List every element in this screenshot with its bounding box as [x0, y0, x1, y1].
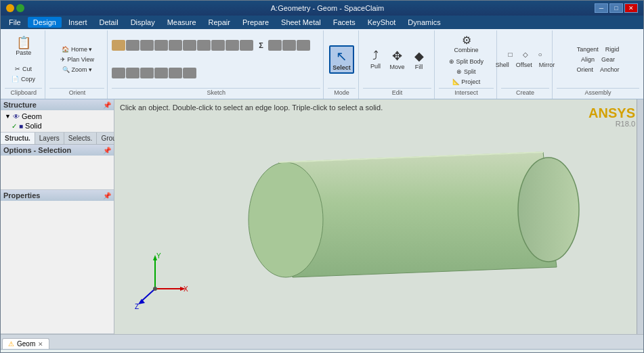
- structure-pin-icon[interactable]: 📌: [103, 101, 111, 109]
- create-btn-1[interactable]: □: [504, 49, 517, 60]
- ribbon: 📋 Paste ✂ Cut 📄 Copy Clipboard 🏠 Home ▾ …: [1, 29, 643, 99]
- sketch-btn-2[interactable]: [126, 40, 139, 51]
- sketch-btn-4[interactable]: [154, 40, 168, 51]
- sketch-btn-12[interactable]: [282, 40, 296, 51]
- svg-text:Y: Y: [156, 252, 161, 260]
- rigid-button[interactable]: Rigid: [603, 45, 622, 54]
- sketch-btn-10[interactable]: [240, 40, 253, 51]
- solid-color-icon: ■: [19, 122, 23, 130]
- close-button[interactable]: ✕: [624, 3, 638, 13]
- menu-insert[interactable]: Insert: [63, 17, 93, 28]
- ribbon-group-intersect: ⚙ Combine ⊕ Split Body ⊗ Split 📐 Project…: [436, 30, 497, 99]
- svg-text:X: X: [184, 285, 188, 293]
- menu-display[interactable]: Display: [125, 17, 160, 28]
- menu-measure[interactable]: Measure: [162, 17, 202, 28]
- sketch-btn-14[interactable]: [112, 68, 125, 78]
- options-pin-icon[interactable]: 📌: [103, 147, 111, 154]
- sketch-btn-13[interactable]: [297, 40, 310, 51]
- orient-button[interactable]: Orient: [574, 65, 596, 74]
- tab-close-icon[interactable]: ✕: [38, 341, 43, 348]
- sketch-btn-11[interactable]: [268, 40, 282, 51]
- viewport[interactable]: Click an object. Double-click to select …: [114, 99, 643, 334]
- ribbon-group-assembly: Tangent Rigid Align Gear Orient Anchor A…: [554, 30, 642, 99]
- zoom-button[interactable]: 🔍 Zoom ▾: [58, 65, 97, 74]
- bottom-tabs: ⚠ Geom ✕: [1, 334, 643, 349]
- select-button[interactable]: ↖ Select: [329, 45, 354, 74]
- menu-design[interactable]: Design: [28, 17, 62, 28]
- menu-keyshot[interactable]: KeyShot: [362, 17, 402, 28]
- vertical-scrollbar[interactable]: [637, 99, 643, 334]
- maximize-button[interactable]: □: [609, 3, 623, 13]
- minimize-button[interactable]: ─: [595, 3, 608, 13]
- paste-button[interactable]: 📋 Paste: [13, 34, 34, 58]
- geom-label: Geom: [22, 112, 42, 120]
- properties-title: Properties: [3, 191, 40, 199]
- offset-button[interactable]: Offset: [513, 60, 535, 70]
- panel-tabs: Structu. Layers Selects. Grou. Views: [1, 133, 114, 145]
- create-btn-2[interactable]: ◇: [519, 49, 532, 60]
- titlebar-controls[interactable]: ─ □ ✕: [595, 3, 638, 13]
- structure-title: Structure: [3, 101, 37, 109]
- solid-label: Solid: [25, 122, 41, 130]
- sketch-btn-16[interactable]: [140, 68, 154, 78]
- tab-structure[interactable]: Structu.: [1, 133, 35, 144]
- combine-button[interactable]: ⚙ Combine: [451, 32, 481, 55]
- options-section: Options - Selection 📌: [1, 145, 114, 190]
- sketch-btn-17[interactable]: [154, 68, 168, 78]
- menu-repair[interactable]: Repair: [203, 17, 236, 28]
- ribbon-group-create: □ ◇ ○ Shell Offset Mirror Create: [498, 30, 553, 99]
- axes-indicator: Y X Z: [135, 252, 189, 314]
- cut-button[interactable]: ✂ Cut: [9, 64, 38, 74]
- sketch-btn-9[interactable]: [226, 40, 239, 51]
- ribbon-group-sketch: Σ Sketch: [109, 30, 324, 99]
- home-button[interactable]: 🏠 Home ▾: [58, 45, 97, 54]
- project-button[interactable]: 📐 Project: [446, 77, 486, 87]
- align-button[interactable]: Align: [578, 55, 597, 64]
- menu-dynamics[interactable]: Dynamics: [402, 17, 446, 28]
- ribbon-group-edit: ⤴ Pull ✥ Move ◆ Fill Edit: [360, 30, 435, 99]
- split-button[interactable]: ⊗ Split: [446, 67, 486, 76]
- sketch-btn-1[interactable]: [112, 40, 125, 51]
- sketch-btn-15[interactable]: [126, 68, 139, 78]
- menu-file[interactable]: File: [3, 17, 26, 28]
- menu-facets[interactable]: Facets: [328, 17, 361, 28]
- planview-button[interactable]: ✈ Plan View: [58, 55, 97, 64]
- tab-geom[interactable]: ⚠ Geom ✕: [2, 338, 49, 349]
- sketch-label: Sketch: [112, 88, 320, 97]
- move-button[interactable]: ✥ Move: [387, 47, 407, 72]
- menu-sheetmetal[interactable]: Sheet Metal: [276, 17, 326, 28]
- sketch-btn-8[interactable]: [211, 40, 225, 51]
- tab-selects[interactable]: Selects.: [64, 133, 98, 144]
- structure-content: ▼ 👁 Geom ✓ ■ Solid: [1, 110, 114, 132]
- tree-item-geom[interactable]: ▼ 👁 Geom: [3, 112, 111, 121]
- menu-detail[interactable]: Detail: [94, 17, 124, 28]
- sketch-btn-5[interactable]: [169, 40, 182, 51]
- ribbon-group-orient: 🏠 Home ▾ ✈ Plan View 🔍 Zoom ▾ Orient: [47, 30, 108, 99]
- sketch-btn-7[interactable]: [197, 40, 211, 51]
- eye-icon-geom[interactable]: 👁: [13, 113, 20, 120]
- clipboard-label: Clipboard: [5, 88, 42, 97]
- create-btn-3[interactable]: ○: [534, 49, 547, 60]
- tangent-button[interactable]: Tangent: [574, 45, 601, 54]
- orient-label: Orient: [49, 88, 104, 97]
- split-body-button[interactable]: ⊕ Split Body: [446, 57, 486, 66]
- properties-pin-icon[interactable]: 📌: [103, 192, 111, 199]
- ansys-text: ANSYS: [588, 106, 635, 120]
- sketch-btn-3[interactable]: [140, 40, 154, 51]
- tab-geom-label: Geom: [17, 340, 35, 348]
- anchor-button[interactable]: Anchor: [597, 65, 622, 74]
- tree-item-solid[interactable]: ✓ ■ Solid: [3, 121, 111, 131]
- copy-button[interactable]: 📄 Copy: [9, 74, 38, 84]
- edit-label: Edit: [363, 88, 431, 97]
- tab-layers[interactable]: Layers: [35, 133, 64, 144]
- sketch-btn-19[interactable]: [183, 68, 196, 78]
- pull-button[interactable]: ⤴ Pull: [365, 47, 385, 72]
- sketch-btn-18[interactable]: [169, 68, 182, 78]
- sketch-btn-6[interactable]: [183, 40, 196, 51]
- sketch-btn-sigma[interactable]: Σ: [254, 40, 267, 51]
- fill-button[interactable]: ◆ Fill: [409, 47, 429, 72]
- menu-prepare[interactable]: Prepare: [237, 17, 274, 28]
- shell-button[interactable]: Shell: [493, 60, 512, 70]
- options-title: Options - Selection: [3, 146, 71, 154]
- gear-button[interactable]: Gear: [599, 55, 618, 64]
